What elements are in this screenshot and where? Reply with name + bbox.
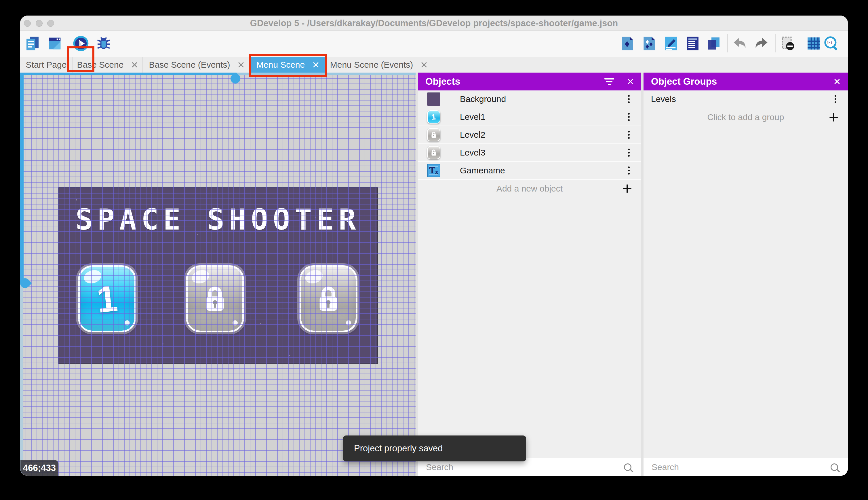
object-name: Level2 — [460, 130, 485, 140]
object-name: Level3 — [460, 148, 485, 158]
add-object-label: Add a new object — [496, 184, 563, 194]
close-tab-icon[interactable] — [131, 61, 138, 68]
preview-window-icon[interactable] — [46, 34, 63, 53]
level3-locked-button-instance[interactable] — [299, 265, 357, 332]
maximize-window-button[interactable] — [47, 20, 54, 27]
objects-panel-header: Objects — [418, 72, 641, 90]
toolbar-separator — [727, 34, 728, 53]
object-row-level3[interactable]: Level3 — [418, 144, 641, 162]
object-row-level1[interactable]: 1 Level1 — [418, 108, 641, 126]
panel-divider[interactable] — [415, 72, 418, 476]
toggle-grid-icon[interactable] — [805, 34, 822, 53]
object-name: Background — [460, 94, 506, 104]
objects-panel-title: Objects — [425, 76, 605, 87]
object-name: Gamename — [460, 166, 505, 175]
vertical-scrollbar-track[interactable] — [20, 283, 23, 476]
close-tab-icon[interactable] — [421, 61, 427, 68]
tab-label: Menu Scene — [256, 60, 305, 70]
plus-icon[interactable] — [830, 113, 838, 122]
object-menu-icon[interactable] — [628, 152, 630, 154]
toolbar-separator — [775, 34, 776, 53]
open-object-groups-editor-icon[interactable] — [641, 34, 657, 53]
add-new-object-button[interactable]: Add a new object — [418, 180, 641, 197]
vertical-scrollbar[interactable] — [20, 72, 24, 283]
close-window-button[interactable] — [24, 20, 31, 27]
star-decoration — [76, 199, 77, 201]
add-group-label: Click to add a group — [707, 112, 784, 122]
toolbar-separator — [801, 34, 801, 53]
locked-thumbnail — [427, 146, 440, 159]
tab-base-scene[interactable]: Base Scene — [72, 57, 143, 72]
tab-bar: Start Page Base Scene Base Scene (Events… — [20, 57, 848, 72]
search-icon[interactable] — [831, 463, 838, 471]
toggle-mask-icon[interactable] — [779, 34, 796, 53]
tab-label: Start Page — [26, 60, 67, 70]
tab-menu-scene-events[interactable]: Menu Scene (Events) — [325, 57, 433, 72]
undo-icon[interactable] — [731, 34, 748, 53]
open-objects-editor-icon[interactable] — [619, 34, 635, 53]
groups-search-input[interactable] — [652, 462, 831, 472]
groups-panel-title: Object Groups — [651, 76, 833, 87]
lock-icon — [188, 267, 242, 331]
redo-icon[interactable] — [753, 34, 770, 53]
filter-icon[interactable] — [605, 77, 614, 87]
panel-divider[interactable] — [641, 72, 644, 476]
content-area: SPACE SHOOTER 1 — [20, 72, 848, 476]
project-manager-icon[interactable] — [24, 34, 41, 53]
window-title: GDevelop 5 - /Users/dkarakay/Documents/G… — [20, 15, 848, 31]
group-menu-icon[interactable] — [835, 98, 836, 100]
toolbar: 1:1 — [20, 31, 848, 57]
object-menu-icon[interactable] — [628, 134, 630, 136]
tab-menu-scene[interactable]: Menu Scene — [251, 57, 325, 72]
group-row-levels[interactable]: Levels — [644, 90, 848, 108]
open-instances-list-icon[interactable] — [684, 34, 701, 53]
level1-thumbnail: 1 — [427, 110, 440, 124]
locked-thumbnail — [427, 128, 440, 141]
tab-label: Base Scene — [77, 60, 124, 70]
close-panel-icon[interactable] — [627, 78, 634, 85]
groups-panel-header: Object Groups — [644, 72, 848, 90]
level2-locked-button-instance[interactable] — [186, 265, 244, 332]
tab-base-scene-events[interactable]: Base Scene (Events) — [143, 57, 251, 72]
scene-editor-canvas[interactable]: SPACE SHOOTER 1 — [20, 72, 415, 476]
tab-label: Menu Scene (Events) — [330, 60, 413, 70]
search-icon[interactable] — [624, 463, 631, 471]
level1-number: 1 — [77, 264, 138, 333]
debugger-bug-icon[interactable] — [95, 34, 112, 53]
close-tab-icon[interactable] — [237, 61, 244, 68]
gdevelop-window: GDevelop 5 - /Users/dkarakay/Documents/G… — [20, 15, 848, 476]
close-panel-icon[interactable] — [833, 78, 840, 85]
groups-search-bar — [644, 458, 848, 476]
save-toast: Project properly saved — [343, 435, 526, 462]
title-bar: GDevelop 5 - /Users/dkarakay/Documents/G… — [20, 15, 848, 31]
object-row-background[interactable]: Background — [418, 90, 641, 108]
group-name: Levels — [651, 94, 676, 104]
objects-search-input[interactable] — [426, 462, 624, 472]
object-menu-icon[interactable] — [628, 98, 630, 100]
lock-icon — [301, 267, 356, 331]
text-object-thumbnail: Tx — [427, 164, 440, 177]
tab-start-page[interactable]: Start Page — [20, 57, 72, 72]
object-row-level2[interactable]: Level2 — [418, 126, 641, 144]
level1-button-instance[interactable]: 1 — [78, 265, 136, 332]
object-row-gamename[interactable]: Tx Gamename — [418, 162, 641, 180]
tab-label: Base Scene (Events) — [149, 60, 230, 70]
scene-title-text[interactable]: SPACE SHOOTER — [59, 203, 377, 237]
close-tab-icon[interactable] — [312, 61, 319, 68]
zoom-one-to-one-icon[interactable]: 1:1 — [823, 34, 840, 53]
open-layers-editor-icon[interactable] — [705, 34, 722, 53]
horizontal-scrollbar[interactable] — [20, 72, 235, 75]
plus-icon[interactable] — [623, 184, 631, 193]
object-name: Level1 — [460, 112, 485, 122]
objects-panel: Objects Background 1 Level1 — [418, 72, 641, 476]
cursor-coordinates-badge: 466;433 — [21, 460, 58, 476]
object-menu-icon[interactable] — [628, 170, 630, 171]
add-group-button[interactable]: Click to add a group — [644, 108, 848, 126]
horizontal-scrollbar-track[interactable] — [235, 72, 415, 75]
game-scene-background[interactable]: SPACE SHOOTER 1 — [58, 187, 378, 364]
open-properties-icon[interactable] — [662, 34, 679, 53]
minimize-window-button[interactable] — [36, 20, 43, 27]
launch-preview-button[interactable] — [72, 34, 89, 53]
object-groups-panel: Object Groups Levels Click to add a grou… — [644, 72, 848, 476]
object-menu-icon[interactable] — [628, 116, 630, 118]
